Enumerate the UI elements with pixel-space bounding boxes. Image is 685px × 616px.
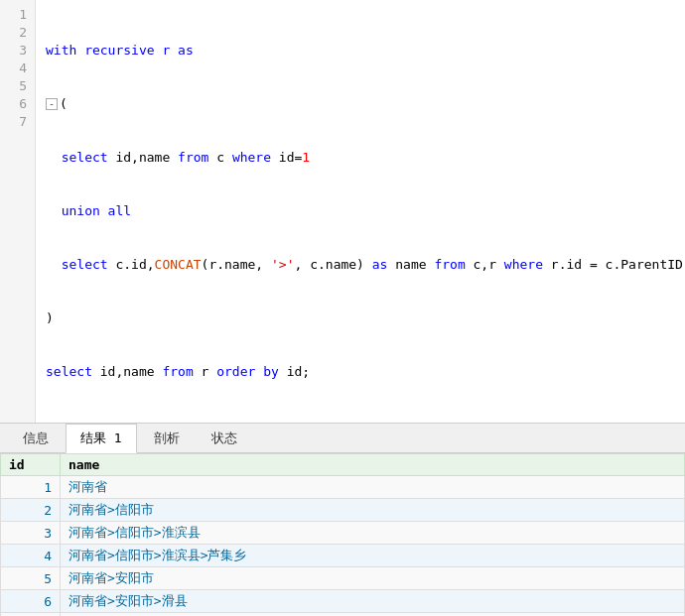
table-header-row: id name: [1, 454, 685, 476]
line-numbers: 1 2 3 4 5 6 7: [0, 0, 36, 423]
editor-area: 1 2 3 4 5 6 7 with recursive r as -( sel…: [0, 0, 685, 424]
results-table: id name 1河南省2河南省>信阳市3河南省>信阳市>淮滨县4河南省>信阳市…: [0, 453, 685, 616]
header-name: name: [61, 454, 685, 476]
table-row: 2河南省>信阳市: [1, 499, 685, 522]
cell-id: 1: [1, 476, 61, 499]
code-line-5: select c.id,CONCAT(r.name, '>', c.name) …: [46, 256, 683, 274]
code-line-7: select id,name from r order by id;: [46, 363, 683, 381]
tab-profile[interactable]: 剖析: [139, 424, 195, 452]
tab-results[interactable]: 结果 1: [66, 424, 137, 453]
table-row: 6河南省>安阳市>滑县: [1, 590, 685, 613]
cell-name: 河南省>信阳市: [61, 499, 685, 522]
results-area: id name 1河南省2河南省>信阳市3河南省>信阳市>淮滨县4河南省>信阳市…: [0, 453, 685, 616]
fold-icon[interactable]: -: [46, 98, 58, 110]
cell-id: 2: [1, 499, 61, 522]
tabs-area: 信息 结果 1 剖析 状态: [0, 424, 685, 453]
table-row: 7河南省>安阳市>滑县>老庙乡: [1, 613, 685, 617]
code-line-2: -(: [46, 95, 683, 113]
table-row: 4河南省>信阳市>淮滨县>芦集乡: [1, 545, 685, 567]
cell-id: 7: [1, 613, 61, 617]
cell-id: 6: [1, 590, 61, 613]
code-line-4: union all: [46, 202, 683, 220]
sql-code[interactable]: with recursive r as -( select id,name fr…: [36, 0, 685, 423]
code-line-6: ): [46, 309, 683, 327]
table-row: 1河南省: [1, 476, 685, 499]
code-line-3: select id,name from c where id=1: [46, 149, 683, 167]
code-line-1: with recursive r as: [46, 42, 683, 60]
cell-name: 河南省: [61, 476, 685, 499]
cell-name: 河南省>安阳市>滑县: [61, 590, 685, 613]
cell-id: 5: [1, 567, 61, 590]
cell-name: 河南省>信阳市>淮滨县>芦集乡: [61, 545, 685, 567]
table-row: 3河南省>信阳市>淮滨县: [1, 522, 685, 545]
tab-status[interactable]: 状态: [197, 424, 252, 452]
cell-id: 3: [1, 522, 61, 545]
header-id: id: [1, 454, 61, 476]
tab-info[interactable]: 信息: [8, 424, 64, 452]
cell-name: 河南省>安阳市: [61, 567, 685, 590]
cell-name: 河南省>信阳市>淮滨县: [61, 522, 685, 545]
table-row: 5河南省>安阳市: [1, 567, 685, 590]
cell-id: 4: [1, 545, 61, 567]
cell-name: 河南省>安阳市>滑县>老庙乡: [61, 613, 685, 617]
